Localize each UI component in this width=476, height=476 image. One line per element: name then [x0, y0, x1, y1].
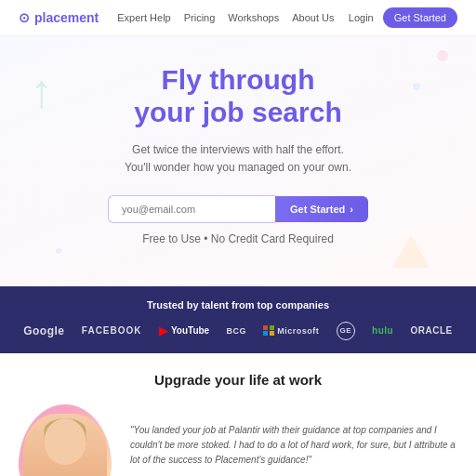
- hero-subtext-line2: You'll wonder how you managed on your ow…: [125, 161, 351, 174]
- nav-link-expert-help[interactable]: Expert Help: [117, 12, 170, 23]
- hero-form: Get Started ›: [37, 195, 439, 223]
- nav-link-pricing[interactable]: Pricing: [184, 12, 216, 23]
- testimonial-card: "You landed your job at Palantir with th…: [19, 404, 457, 476]
- hero-subtext: Get twice the interviews with half the e…: [37, 141, 439, 177]
- nav-link-workshops[interactable]: Workshops: [228, 12, 279, 23]
- hero-sub-label: Free to Use • No Credit Card Required: [37, 231, 439, 248]
- nav-link-about[interactable]: About Us: [292, 12, 334, 23]
- logo[interactable]: ⊙ placement: [19, 10, 99, 25]
- login-button[interactable]: Login: [349, 12, 374, 23]
- testimonial-body: "You landed your job at Palantir with th…: [130, 423, 457, 476]
- company-logos: Google FACEBOOK ▶ YouTube BCG Microsoft …: [19, 322, 457, 340]
- logo-icon: ⊙: [19, 10, 30, 25]
- microsoft-text: Microsoft: [277, 326, 319, 336]
- company-facebook: FACEBOOK: [82, 325, 142, 336]
- testimonial-section: Upgrade your life at work "You landed yo…: [0, 353, 476, 476]
- section-title: Upgrade your life at work: [19, 372, 457, 388]
- youtube-text: YouTube: [171, 325, 209, 336]
- microsoft-grid-icon: [263, 325, 274, 337]
- trusted-band: Trusted by talent from top companies Goo…: [0, 286, 476, 353]
- deco-arrow-green: ↑: [19, 64, 65, 120]
- avatar-body: [23, 414, 107, 476]
- hero-headline-line1: Fly through: [162, 64, 315, 95]
- hero-headline-line2: your job search: [134, 97, 341, 127]
- company-bcg: BCG: [227, 326, 247, 336]
- trusted-title: Trusted by talent from top companies: [19, 299, 457, 311]
- hero-headline: Fly through your job search: [37, 64, 439, 128]
- navbar-right: Login Get Started: [349, 7, 457, 28]
- hero-subtext-line1: Get twice the interviews with half the e…: [132, 143, 344, 156]
- nav-links: Expert Help Pricing Workshops About Us: [117, 12, 334, 23]
- hero-section: ↑ Fly through your job search Get twice …: [0, 36, 476, 286]
- company-hulu: hulu: [372, 325, 393, 336]
- deco-triangle-yellow: [392, 235, 430, 268]
- deco-circle-pink: [437, 50, 448, 61]
- arrow-right-icon: ›: [350, 204, 353, 215]
- deco-circle-blue: [413, 83, 420, 90]
- navbar: ⊙ placement Expert Help Pricing Workshop…: [0, 0, 476, 36]
- avatar: [19, 404, 112, 476]
- company-youtube: ▶ YouTube: [159, 324, 209, 337]
- hero-cta-label: Get Started: [290, 204, 345, 215]
- youtube-icon: ▶: [159, 324, 168, 337]
- company-microsoft: Microsoft: [263, 325, 319, 337]
- testimonial-quote: "You landed your job at Palantir with th…: [130, 423, 457, 468]
- company-google: Google: [23, 324, 64, 337]
- company-oracle: ORACLE: [411, 325, 453, 336]
- email-input[interactable]: [108, 195, 275, 223]
- logo-text: placement: [34, 10, 99, 25]
- avatar-head: [45, 418, 86, 465]
- company-ge: GE: [337, 322, 355, 340]
- nav-get-started-button[interactable]: Get Started: [383, 7, 457, 28]
- hero-cta-button[interactable]: Get Started ›: [275, 196, 368, 222]
- navbar-left: ⊙ placement Expert Help Pricing Workshop…: [19, 10, 334, 25]
- deco-dot-purple: [56, 248, 61, 254]
